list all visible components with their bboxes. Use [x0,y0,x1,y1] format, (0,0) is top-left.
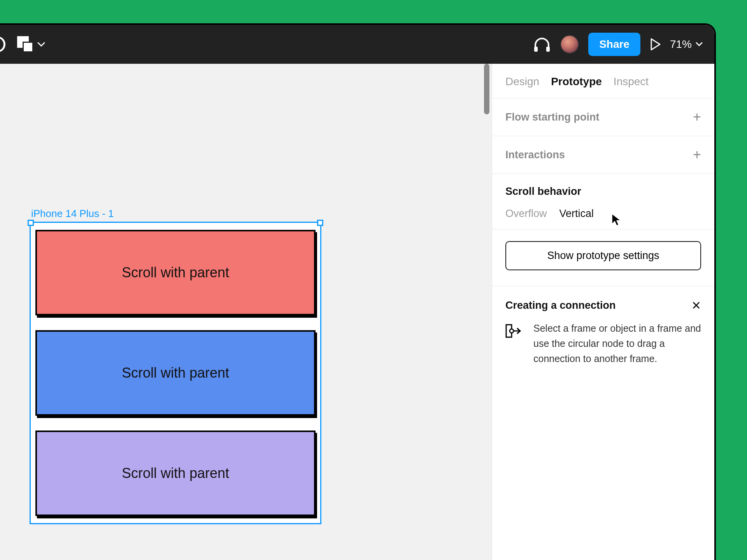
selection-handle[interactable] [28,220,34,226]
canvas[interactable]: iPhone 14 Plus - 1 Scroll with parent Sc… [0,64,492,560]
layer-block[interactable]: Scroll with parent [35,430,316,516]
help-title: Creating a connection [505,299,616,312]
cursor-icon [611,213,622,226]
right-panel: Design Prototype Inspect Flow starting p… [492,64,714,560]
files-icon [17,36,33,52]
chevron-down-icon [696,42,703,47]
show-prototype-settings-button[interactable]: Show prototype settings [505,241,701,270]
block-label: Scroll with parent [122,264,229,281]
add-icon[interactable]: + [693,110,701,124]
overflow-value: Vertical [559,208,594,220]
app-window: Share 71% iPhone 14 Plus - 1 Scroll with… [0,23,716,560]
svg-rect-3 [546,47,550,52]
headphones-icon[interactable] [533,37,551,52]
play-icon[interactable] [650,38,661,51]
panel-tabs: Design Prototype Inspect [492,64,714,98]
menu-icon[interactable] [0,37,5,52]
zoom-value: 71% [670,38,692,51]
section-prototype-settings: Show prototype settings [492,229,714,286]
svg-point-5 [510,329,514,333]
main-area: iPhone 14 Plus - 1 Scroll with parent Sc… [0,64,714,560]
chevron-down-icon [37,42,45,47]
svg-point-0 [0,37,4,52]
section-title: Interactions [505,149,565,161]
overflow-label: Overflow [505,208,547,220]
help-text: Select a frame or object in a frame and … [533,321,701,366]
section-title: Scroll behavior [505,186,701,198]
block-label: Scroll with parent [122,365,229,381]
frame-label[interactable]: iPhone 14 Plus - 1 [31,208,114,220]
section-scroll-behavior: Scroll behavior Overflow Vertical [492,174,714,229]
user-avatar[interactable] [560,35,579,54]
tab-prototype[interactable]: Prototype [551,75,602,88]
section-help-creating-connection: Creating a connection ✕ Select a frame o… [492,286,714,379]
selection-handle[interactable] [317,220,323,226]
section-flow-starting-point: Flow starting point + [492,98,714,136]
files-menu[interactable] [17,36,45,52]
section-interactions: Interactions + [492,136,714,174]
tab-design[interactable]: Design [505,75,539,88]
block-label: Scroll with parent [122,465,229,481]
top-toolbar: Share 71% [0,25,714,64]
frame-iphone-14-plus-1[interactable]: Scroll with parent Scroll with parent Sc… [30,222,321,524]
connection-icon [505,322,524,340]
scrollbar[interactable] [484,64,489,114]
section-title: Flow starting point [505,111,599,123]
share-button[interactable]: Share [588,33,640,56]
layer-block[interactable]: Scroll with parent [35,330,316,416]
zoom-control[interactable]: 71% [670,38,703,51]
svg-rect-2 [534,47,538,52]
add-icon[interactable]: + [693,148,701,162]
layer-block[interactable]: Scroll with parent [35,230,316,315]
close-icon[interactable]: ✕ [691,300,701,312]
tab-inspect[interactable]: Inspect [614,75,649,88]
overflow-dropdown[interactable]: Vertical [559,208,594,220]
